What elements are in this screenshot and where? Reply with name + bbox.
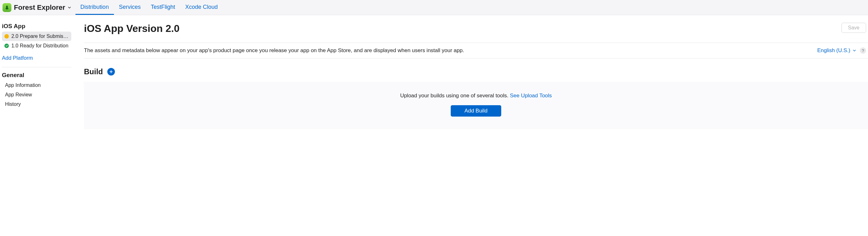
add-build-button[interactable]: Add Build [451,105,501,117]
sidebar: iOS App 2.0 Prepare for Submissi... 1.0 … [0,15,73,129]
language-label: English (U.S.) [817,48,850,54]
platform-heading: iOS App [2,23,71,32]
app-name: Forest Explorer [14,3,65,12]
help-icon[interactable]: ? [860,48,866,54]
top-bar: Forest Explorer Distribution Services Te… [0,0,868,15]
app-switcher[interactable]: Forest Explorer [14,3,75,12]
description-row: The assets and metadata below appear on … [84,43,868,58]
divider [2,67,71,67]
version-item-2-0[interactable]: 2.0 Prepare for Submissi... [2,32,71,41]
chevron-down-icon [852,48,857,53]
status-ready-icon [4,43,9,48]
build-heading: Build [84,67,103,76]
sidebar-item-app-information[interactable]: App Information [2,81,71,90]
main-content: iOS App Version 2.0 Save The assets and … [73,15,868,129]
app-icon [2,3,11,12]
tab-services[interactable]: Services [114,0,146,15]
description-text: The assets and metadata below appear on … [84,48,464,54]
status-pending-icon [4,34,9,38]
upload-text: Upload your builds using one of several … [90,93,862,99]
save-button[interactable]: Save [841,23,866,33]
sidebar-item-app-review[interactable]: App Review [2,90,71,99]
version-item-1-0[interactable]: 1.0 Ready for Distribution [2,41,71,51]
tab-distribution[interactable]: Distribution [75,0,114,15]
build-section-head: Build [84,67,868,76]
add-platform-link[interactable]: Add Platform [2,51,71,61]
language-group: English (U.S.) ? [817,48,866,54]
nav-tabs: Distribution Services TestFlight Xcode C… [75,0,223,15]
build-panel: Upload your builds using one of several … [84,82,868,129]
language-select[interactable]: English (U.S.) [817,48,857,54]
chevron-down-icon [67,3,72,12]
general-list: App Information App Review History [2,81,71,109]
add-build-icon[interactable] [107,68,115,76]
tab-testflight[interactable]: TestFlight [146,0,180,15]
tree-icon [4,5,10,10]
page-title: iOS App Version 2.0 [84,23,180,34]
sidebar-item-history[interactable]: History [2,99,71,109]
plus-icon [109,69,113,74]
version-label: 1.0 Ready for Distribution [11,43,68,49]
general-heading: General [2,72,71,81]
upload-text-label: Upload your builds using one of several … [400,93,510,98]
see-upload-tools-link[interactable]: See Upload Tools [510,93,552,98]
version-label: 2.0 Prepare for Submissi... [11,33,69,39]
tab-xcode-cloud[interactable]: Xcode Cloud [180,0,223,15]
